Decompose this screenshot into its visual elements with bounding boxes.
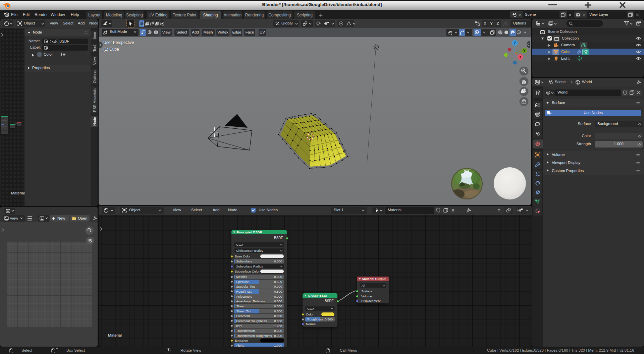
svg-text:Y: Y — [523, 49, 526, 53]
svg-text:Z: Z — [514, 41, 516, 45]
svg-text:X: X — [519, 55, 522, 59]
